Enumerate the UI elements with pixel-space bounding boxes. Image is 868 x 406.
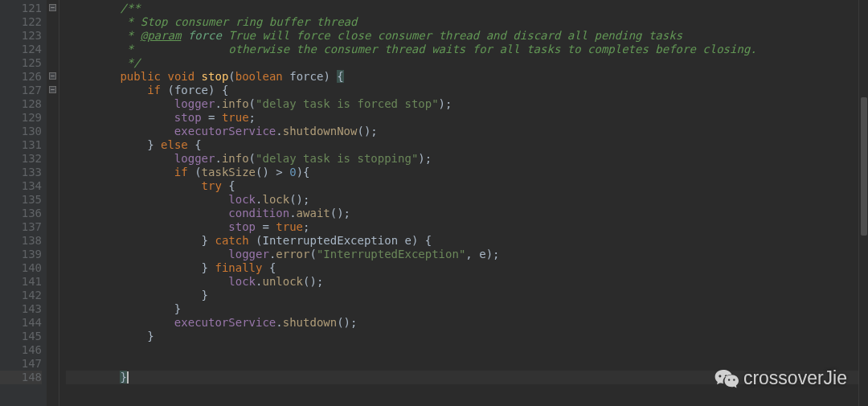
code-line[interactable]: if (force) { — [66, 84, 858, 97]
fold-column[interactable]: −−− — [47, 0, 59, 406]
line-number[interactable]: 138 — [0, 234, 42, 248]
code-line[interactable]: } — [66, 371, 858, 384]
code-area[interactable]: /** * Stop consumer ring buffer thread *… — [59, 0, 858, 406]
line-number[interactable]: 147 — [0, 357, 42, 371]
line-number[interactable]: 122 — [0, 15, 42, 29]
code-line[interactable]: } — [66, 302, 858, 316]
vertical-scrollbar[interactable] — [858, 0, 868, 406]
line-number[interactable]: 127 — [0, 84, 42, 97]
code-line[interactable]: if (taskSize() > 0){ — [66, 166, 858, 179]
line-number[interactable]: 145 — [0, 330, 42, 343]
line-number[interactable]: 134 — [0, 179, 42, 193]
code-line[interactable]: * @param force True will force close con… — [66, 29, 858, 43]
line-number[interactable]: 132 — [0, 152, 42, 166]
code-line[interactable]: logger.error("InterruptedException", e); — [66, 248, 858, 261]
code-line[interactable]: /** — [66, 2, 858, 15]
text-caret — [127, 371, 129, 383]
line-number[interactable]: 135 — [0, 193, 42, 207]
line-number[interactable]: 143 — [0, 302, 42, 316]
code-line[interactable]: * otherwise the consumer thread waits fo… — [66, 43, 858, 56]
code-line[interactable]: lock.lock(); — [66, 193, 858, 207]
line-number[interactable]: 128 — [0, 97, 42, 111]
fold-toggle[interactable]: − — [49, 4, 56, 11]
code-line[interactable] — [66, 343, 858, 357]
line-number[interactable]: 123 — [0, 29, 42, 43]
code-line[interactable]: lock.unlock(); — [66, 275, 858, 289]
code-line[interactable]: executorService.shutdown(); — [66, 316, 858, 330]
line-number[interactable]: 125 — [0, 56, 42, 70]
code-line[interactable]: } else { — [66, 138, 858, 152]
code-line[interactable] — [66, 357, 858, 371]
code-line[interactable]: } catch (InterruptedException e) { — [66, 234, 858, 248]
code-line[interactable]: } — [66, 289, 858, 302]
fold-toggle[interactable]: − — [49, 86, 56, 93]
line-number[interactable]: 137 — [0, 220, 42, 234]
line-number[interactable]: 124 — [0, 43, 42, 56]
code-line[interactable]: * Stop consumer ring buffer thread — [66, 15, 858, 29]
code-line[interactable]: try { — [66, 179, 858, 193]
code-editor[interactable]: 1211221231241251261271281291301311321331… — [0, 0, 868, 406]
code-line[interactable]: condition.await(); — [66, 207, 858, 220]
line-number[interactable]: 140 — [0, 261, 42, 275]
code-line[interactable]: */ — [66, 56, 858, 70]
code-line[interactable]: stop = true; — [66, 111, 858, 125]
fold-toggle[interactable]: − — [49, 72, 56, 80]
line-number[interactable]: 148 — [0, 371, 42, 384]
line-number[interactable]: 139 — [0, 248, 42, 261]
code-line[interactable]: logger.info("delay task is stopping"); — [66, 152, 858, 166]
line-number[interactable]: 126 — [0, 70, 42, 84]
code-line[interactable]: stop = true; — [66, 220, 858, 234]
code-line[interactable]: public void stop(boolean force) { — [66, 70, 858, 84]
line-number[interactable]: 121 — [0, 2, 42, 15]
code-line[interactable]: } — [66, 330, 858, 343]
line-number[interactable]: 133 — [0, 166, 42, 179]
line-number[interactable]: 142 — [0, 289, 42, 302]
line-number[interactable]: 131 — [0, 138, 42, 152]
line-number[interactable]: 130 — [0, 125, 42, 138]
code-line[interactable]: logger.info("delay task is forced stop")… — [66, 97, 858, 111]
scrollbar-thumb[interactable] — [861, 97, 867, 236]
code-line[interactable]: executorService.shutdownNow(); — [66, 125, 858, 138]
line-number-gutter[interactable]: 1211221231241251261271281291301311321331… — [0, 0, 47, 406]
line-number[interactable]: 141 — [0, 275, 42, 289]
code-line[interactable]: } finally { — [66, 261, 858, 275]
line-number[interactable]: 146 — [0, 343, 42, 357]
line-number[interactable]: 144 — [0, 316, 42, 330]
line-number[interactable]: 129 — [0, 111, 42, 125]
line-number[interactable]: 136 — [0, 207, 42, 220]
